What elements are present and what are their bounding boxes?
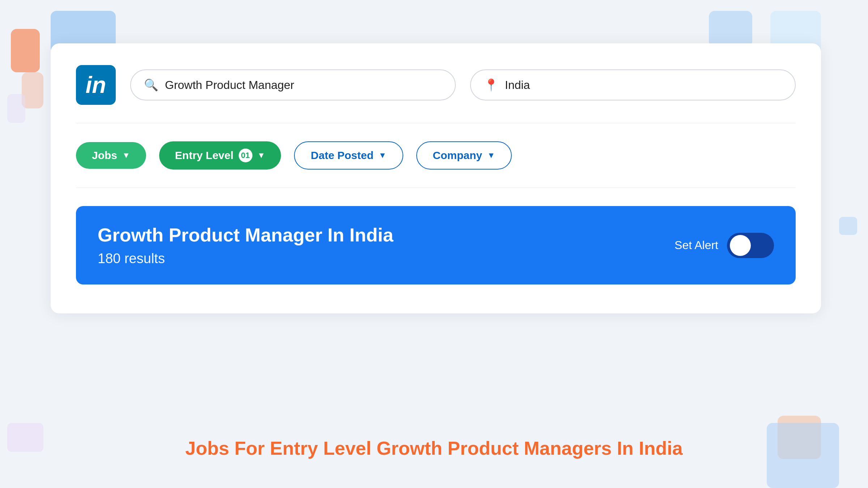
jobs-chevron-icon: ▼ [122, 151, 130, 160]
bg-decoration-6 [7, 94, 25, 123]
filter-row: Jobs ▼ Entry Level 01 ▼ Date Posted ▼ Co… [76, 141, 796, 170]
location-icon: 📍 [484, 78, 498, 92]
jobs-filter-label: Jobs [92, 149, 117, 162]
date-posted-chevron-icon: ▼ [379, 151, 387, 160]
entry-level-filter-label: Entry Level [175, 149, 234, 162]
company-filter-label: Company [433, 149, 482, 162]
location-input[interactable] [505, 78, 782, 92]
company-chevron-icon: ▼ [487, 151, 495, 160]
toggle-thumb [730, 235, 751, 256]
alert-section: Set Alert [675, 233, 774, 258]
results-info: Growth Product Manager In India 180 resu… [98, 224, 393, 266]
company-filter-button[interactable]: Company ▼ [416, 141, 512, 170]
bottom-headline: Jobs For Entry Level Growth Product Mana… [0, 437, 868, 459]
header-row: in 🔍 📍 [76, 65, 796, 105]
date-posted-filter-label: Date Posted [311, 149, 373, 162]
jobs-filter-button[interactable]: Jobs ▼ [76, 142, 146, 169]
filter-divider [76, 188, 796, 188]
bg-decoration-2 [11, 29, 40, 72]
header-divider [76, 123, 796, 123]
search-icon: 🔍 [144, 78, 158, 92]
set-alert-label: Set Alert [675, 239, 718, 252]
linkedin-logo: in [76, 65, 116, 105]
results-title: Growth Product Manager In India [98, 224, 393, 246]
results-banner: Growth Product Manager In India 180 resu… [76, 206, 796, 284]
date-posted-filter-button[interactable]: Date Posted ▼ [294, 141, 403, 170]
bg-decoration-3 [709, 11, 752, 47]
job-search-input[interactable] [165, 78, 442, 92]
job-search-wrapper[interactable]: 🔍 [130, 69, 456, 100]
bottom-section: Jobs For Entry Level Growth Product Mana… [0, 437, 868, 459]
entry-level-badge: 01 [239, 149, 252, 162]
set-alert-toggle[interactable] [727, 233, 774, 258]
main-card: in 🔍 📍 Jobs ▼ Entry Level 01 ▼ Date Post… [51, 43, 821, 313]
entry-level-filter-button[interactable]: Entry Level 01 ▼ [159, 141, 281, 170]
bg-decoration-rm [839, 217, 857, 235]
results-count: 180 results [98, 251, 393, 266]
location-search-wrapper[interactable]: 📍 [470, 69, 796, 100]
linkedin-logo-text: in [86, 73, 106, 97]
toggle-track [727, 233, 774, 258]
entry-level-chevron-icon: ▼ [258, 151, 265, 160]
